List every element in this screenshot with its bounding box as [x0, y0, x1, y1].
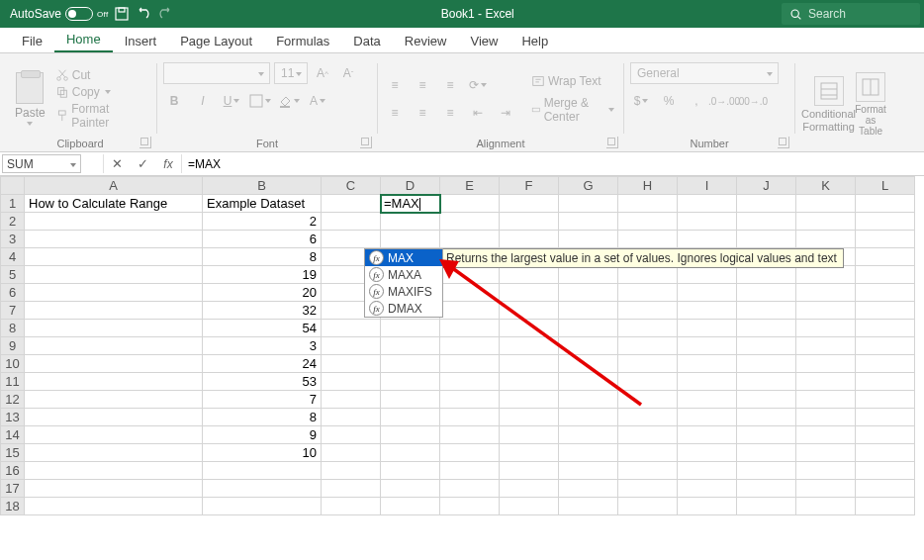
cell[interactable] — [500, 444, 559, 462]
currency-button[interactable]: $ — [630, 90, 652, 112]
cell[interactable] — [856, 462, 915, 480]
cell[interactable] — [25, 426, 203, 444]
cell[interactable] — [381, 213, 440, 231]
col-header-E[interactable]: E — [440, 177, 500, 195]
cell[interactable] — [25, 373, 203, 391]
cell[interactable]: 20 — [203, 284, 322, 302]
row-header[interactable]: 5 — [1, 266, 25, 284]
cell[interactable] — [322, 480, 381, 498]
align-left-button[interactable]: ≡ — [384, 102, 406, 124]
cell[interactable] — [796, 337, 856, 355]
cell[interactable]: 54 — [203, 320, 322, 337]
cell[interactable] — [796, 355, 856, 373]
alignment-dialog-launcher[interactable] — [606, 137, 618, 148]
cell[interactable] — [322, 231, 381, 248]
row-header[interactable]: 16 — [1, 462, 25, 480]
cell[interactable] — [856, 498, 915, 515]
cell[interactable] — [618, 195, 678, 213]
cell[interactable] — [737, 213, 796, 231]
cell[interactable] — [25, 480, 203, 498]
cell[interactable] — [322, 213, 381, 231]
cell[interactable]: 6 — [203, 231, 322, 248]
row-header[interactable]: 15 — [1, 444, 25, 462]
cell[interactable] — [856, 444, 915, 462]
cell[interactable] — [856, 320, 915, 337]
cell[interactable]: 8 — [203, 248, 322, 266]
cell[interactable] — [678, 213, 737, 231]
row-header[interactable]: 2 — [1, 213, 25, 231]
italic-button[interactable]: I — [192, 90, 214, 112]
cell[interactable] — [25, 498, 203, 515]
cell[interactable] — [737, 231, 796, 248]
cell[interactable] — [796, 284, 856, 302]
cell[interactable] — [796, 480, 856, 498]
cell[interactable] — [381, 373, 440, 391]
cell[interactable] — [678, 320, 737, 337]
cell[interactable] — [559, 444, 618, 462]
cell[interactable] — [25, 337, 203, 355]
cell[interactable] — [322, 462, 381, 480]
cell[interactable] — [678, 373, 737, 391]
increase-decimal-button[interactable]: .0→.00 — [713, 90, 735, 112]
percent-button[interactable]: % — [658, 90, 680, 112]
cell[interactable] — [856, 480, 915, 498]
cell[interactable] — [856, 248, 915, 266]
cell[interactable] — [381, 444, 440, 462]
tab-home[interactable]: Home — [54, 28, 113, 52]
cell[interactable] — [678, 462, 737, 480]
cell[interactable] — [737, 426, 796, 444]
cell[interactable] — [25, 391, 203, 409]
tab-data[interactable]: Data — [341, 30, 392, 52]
align-right-button[interactable]: ≡ — [439, 102, 461, 124]
col-header-B[interactable]: B — [203, 177, 322, 195]
cell[interactable] — [737, 337, 796, 355]
border-button[interactable] — [249, 90, 271, 112]
cell[interactable] — [25, 320, 203, 337]
cell[interactable]: 19 — [203, 266, 322, 284]
cell[interactable] — [796, 409, 856, 426]
comma-button[interactable]: , — [686, 90, 707, 112]
cell[interactable] — [500, 195, 559, 213]
cell[interactable] — [322, 498, 381, 515]
cell[interactable] — [856, 426, 915, 444]
align-top-button[interactable]: ≡ — [384, 74, 406, 96]
tab-page-layout[interactable]: Page Layout — [168, 30, 264, 52]
cell[interactable] — [678, 498, 737, 515]
cancel-formula-button[interactable]: ✕ — [104, 154, 130, 173]
col-header-K[interactable]: K — [796, 177, 856, 195]
format-painter-button[interactable]: Format Painter — [52, 101, 150, 131]
decrease-decimal-button[interactable]: .00→.0 — [741, 90, 763, 112]
cell[interactable]: How to Calculate Range — [25, 195, 203, 213]
cell[interactable] — [856, 302, 915, 320]
font-name-select[interactable] — [163, 62, 270, 84]
align-center-button[interactable]: ≡ — [412, 102, 433, 124]
cell[interactable] — [737, 391, 796, 409]
fill-color-button[interactable] — [278, 90, 300, 112]
col-header-C[interactable]: C — [322, 177, 381, 195]
cell[interactable] — [856, 409, 915, 426]
row-header[interactable]: 12 — [1, 391, 25, 409]
cell[interactable] — [796, 498, 856, 515]
cell[interactable] — [737, 480, 796, 498]
cell[interactable] — [440, 213, 500, 231]
cell[interactable] — [440, 195, 500, 213]
cell[interactable] — [678, 266, 737, 284]
insert-function-button[interactable]: fx — [155, 154, 181, 173]
cell[interactable] — [856, 373, 915, 391]
cell[interactable] — [500, 480, 559, 498]
cell[interactable] — [25, 462, 203, 480]
row-header[interactable]: 7 — [1, 302, 25, 320]
cell[interactable] — [678, 480, 737, 498]
cell[interactable] — [796, 391, 856, 409]
cell[interactable] — [737, 462, 796, 480]
cell[interactable] — [796, 320, 856, 337]
cell[interactable] — [737, 195, 796, 213]
underline-button[interactable]: U — [221, 90, 242, 112]
tab-file[interactable]: File — [10, 30, 54, 52]
cell[interactable] — [796, 213, 856, 231]
cell[interactable] — [618, 480, 678, 498]
row-header[interactable]: 13 — [1, 409, 25, 426]
cell[interactable] — [559, 213, 618, 231]
row-header[interactable]: 8 — [1, 320, 25, 337]
cell[interactable] — [678, 337, 737, 355]
